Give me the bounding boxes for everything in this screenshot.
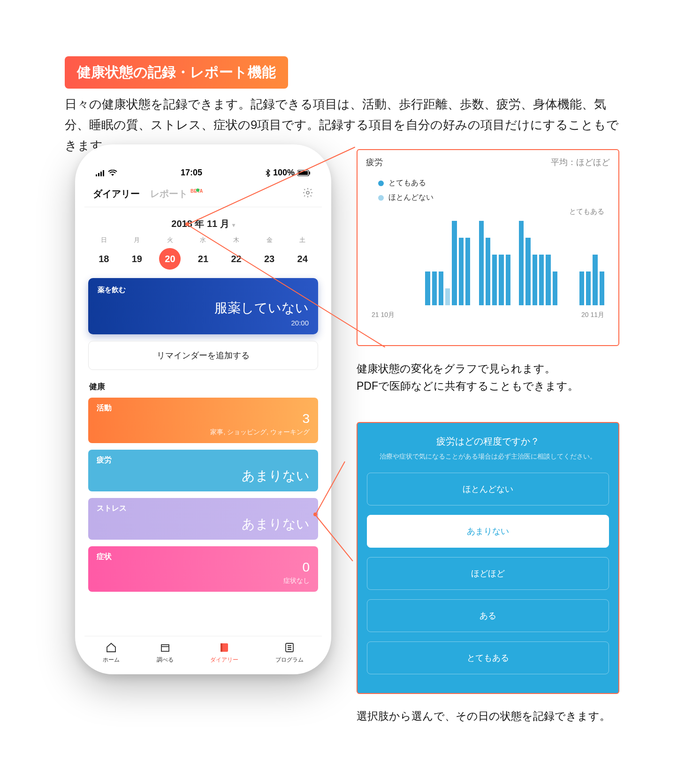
health-card-stress[interactable]: ストレス あまりない (88, 498, 318, 540)
svg-rect-3 (103, 170, 104, 176)
question-callout-panel: 疲労はどの程度ですか？ 治療や症状で気になることがある場合は必ず主治医に相談して… (357, 422, 619, 694)
chart-bar (425, 271, 430, 305)
calendar-day[interactable]: 19 (126, 248, 148, 270)
chart-bar (479, 221, 484, 305)
chart-caption: 健康状態の変化をグラフで見られます。PDFで医師などに共有することもできます。 (357, 360, 619, 395)
home-icon (105, 641, 118, 654)
bluetooth-icon (266, 169, 270, 177)
nav-program[interactable]: プログラム (275, 641, 304, 664)
health-section-label: 健康 (84, 381, 322, 398)
chart-bar (499, 255, 503, 305)
nav-home[interactable]: ホーム (103, 641, 120, 664)
chart-bar (539, 255, 544, 305)
chart-bar (445, 288, 450, 305)
calendar-day[interactable]: 24 (292, 248, 313, 270)
chart-ymax-label: とてもある (366, 207, 610, 216)
box-icon (159, 641, 172, 654)
medication-time: 20:00 (98, 319, 309, 327)
tab-diary[interactable]: ダイアリー (93, 188, 140, 200)
calendar-days: 18 19 20 21 22 23 24 (84, 248, 322, 278)
calendar-day[interactable]: 21 (192, 248, 214, 270)
chart-x-axis: 21 10月 20 11月 (366, 305, 610, 319)
svg-rect-8 (161, 645, 169, 651)
chart-callout-panel: 疲労 平均：ほどほど とてもある ほとんどない とてもある 21 10月 20 … (357, 149, 619, 346)
tab-report[interactable]: レポート (150, 188, 188, 200)
svg-rect-0 (96, 174, 97, 176)
chart-bar (492, 255, 497, 305)
chart-bar (459, 238, 464, 305)
bottom-nav: ホーム 調べる ダイアリー プログラム (84, 636, 322, 664)
diary-icon (218, 641, 231, 654)
medication-status: 服薬していない (98, 299, 309, 317)
chart-title: 疲労 (366, 157, 383, 168)
nav-diary[interactable]: ダイアリー (210, 641, 238, 664)
chart-bar (600, 271, 604, 305)
chart-legend: とてもある ほとんどない (366, 168, 610, 203)
chart-bar (586, 271, 591, 305)
chart-bar (452, 221, 457, 305)
medication-card[interactable]: 薬を飲む 服薬していない 20:00 (88, 278, 318, 334)
chart-bar (439, 271, 443, 305)
wifi-icon (108, 170, 117, 176)
svg-rect-10 (221, 643, 222, 652)
svg-rect-2 (100, 172, 102, 176)
chart-bar (432, 271, 437, 305)
question-note: 治療や症状で気になることがある場合は必ず主治医に相談してください。 (367, 452, 609, 461)
status-bar: 17:05 100% (84, 168, 322, 183)
chart-bar (533, 255, 537, 305)
medication-label: 薬を飲む (98, 286, 309, 294)
legend-dot-high-icon (378, 181, 384, 186)
question-caption: 選択肢から選んで、その日の状態を記録できます。 (357, 709, 610, 724)
chart-bar (519, 221, 524, 305)
question-option[interactable]: ほどほど (367, 557, 609, 590)
chart-bar (525, 238, 530, 305)
calendar-day-selected[interactable]: 20 (159, 248, 181, 270)
chart-average: 平均：ほどほど (551, 157, 610, 168)
top-tabs: ダイアリー レポート BETA (84, 183, 322, 207)
question-option[interactable]: ある (367, 599, 609, 632)
settings-button[interactable] (302, 187, 313, 200)
chart-bars (372, 221, 604, 305)
chart-bar (579, 271, 584, 305)
svg-point-7 (306, 191, 309, 194)
calendar-day[interactable]: 23 (259, 248, 280, 270)
chart-bar (593, 255, 597, 305)
question-option[interactable]: あまりない (367, 515, 609, 548)
chevron-down-icon: ▾ (232, 222, 235, 228)
phone-mock: 17:05 100% ダイアリー レポート BETA 2018 年 11 月▾ … (75, 144, 331, 674)
calendar-day[interactable]: 18 (93, 248, 114, 270)
list-icon (283, 641, 296, 654)
add-reminder-button[interactable]: リマインダーを追加する (88, 341, 318, 370)
chart-bar (486, 238, 490, 305)
question-option[interactable]: とてもある (367, 641, 609, 674)
status-time: 17:05 (181, 168, 202, 178)
question-title: 疲労はどの程度ですか？ (367, 435, 609, 448)
weekday-row: 日月火水木金土 (84, 236, 322, 248)
chart-bar (546, 255, 550, 305)
feature-title-badge: 健康状態の記録・レポート機能 (65, 56, 288, 89)
chart-bar (465, 238, 470, 305)
svg-rect-6 (309, 172, 310, 174)
question-option[interactable]: ほとんどない (367, 473, 609, 505)
svg-rect-1 (98, 173, 99, 176)
health-card-fatigue[interactable]: 疲労 あまりない (88, 450, 318, 491)
legend-dot-low-icon (378, 195, 384, 201)
nav-search[interactable]: 調べる (157, 641, 174, 664)
health-card-activity[interactable]: 活動 3 家事, ショッピング, ウォーキング (88, 398, 318, 443)
health-card-symptom[interactable]: 症状 0 症状なし (88, 546, 318, 592)
signal-icon (96, 170, 105, 176)
month-selector[interactable]: 2018 年 11 月▾ (84, 207, 322, 236)
chart-bar (506, 255, 510, 305)
chart-bar (553, 271, 557, 305)
